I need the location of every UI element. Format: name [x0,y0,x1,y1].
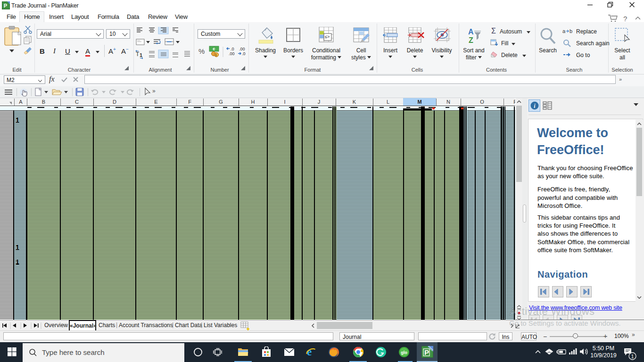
svg-text:≤>: ≤> [325,34,330,39]
svg-text:T: T [136,51,140,58]
svg-text:e: e [307,346,312,358]
svg-text:A: A [468,28,474,36]
svg-text:b: b [570,28,572,34]
svg-text:1: 1 [631,354,634,359]
svg-text:.00: .00 [229,51,235,56]
svg-text:»: » [152,88,156,94]
svg-text:?: ? [623,15,627,23]
svg-text:1: 1 [140,52,142,58]
svg-text:P: P [4,3,7,8]
svg-text:a: a [562,28,566,34]
svg-text:.0: .0 [231,47,234,51]
svg-text:glo: glo [401,350,407,355]
svg-text:$: $ [215,53,217,57]
svg-text:P: P [424,348,429,356]
svg-text:.0: .0 [242,51,246,56]
svg-text:.00: .00 [239,47,245,51]
svg-text:Z: Z [469,36,473,44]
